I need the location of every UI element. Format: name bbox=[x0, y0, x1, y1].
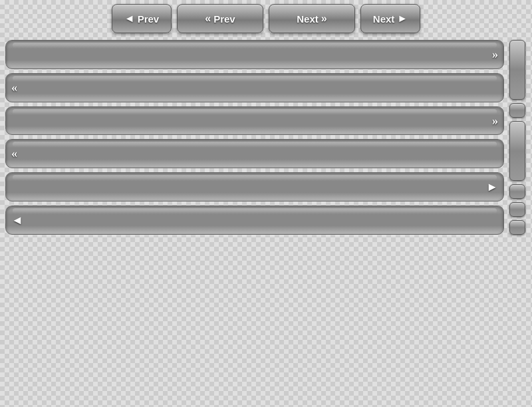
scrollbar-track-4[interactable]: « bbox=[5, 139, 504, 168]
scrollbar-track-6[interactable]: ◄ bbox=[5, 205, 504, 235]
track-left-arrow-6: ◄ bbox=[11, 213, 23, 227]
track-right-arrow-3: » bbox=[492, 114, 498, 128]
right-arrow-icon-2: ► bbox=[397, 13, 408, 25]
side-button-5[interactable] bbox=[509, 202, 525, 217]
prev-label-1: Prev bbox=[138, 13, 160, 25]
left-arrow-icon-1: ◄ bbox=[124, 13, 135, 25]
double-left-arrow-icon: « bbox=[205, 13, 211, 25]
next-label-1: Next bbox=[297, 13, 319, 25]
double-right-arrow-icon: » bbox=[321, 13, 327, 25]
scrollbar-track-5[interactable]: ► bbox=[5, 172, 504, 202]
side-button-top[interactable] bbox=[509, 40, 525, 100]
track-left-arrow-2: « bbox=[11, 80, 17, 94]
prev-label-2: Prev bbox=[213, 13, 235, 25]
side-button-mid[interactable] bbox=[509, 121, 525, 181]
side-button-6[interactable] bbox=[509, 220, 525, 235]
side-button-4[interactable] bbox=[509, 184, 525, 199]
tracks-column: » « » « ► ◄ bbox=[5, 40, 504, 235]
track-right-arrow-1: » bbox=[492, 47, 498, 61]
track-left-arrow-4: « bbox=[11, 147, 17, 161]
side-column bbox=[508, 40, 527, 235]
next-button-1[interactable]: Next » bbox=[269, 4, 355, 33]
prev-button-2[interactable]: « Prev bbox=[177, 4, 263, 33]
prev-button-1[interactable]: ◄ Prev bbox=[112, 4, 172, 33]
next-label-2: Next bbox=[373, 13, 395, 25]
next-button-2[interactable]: Next ► bbox=[360, 4, 420, 33]
scrollbar-section: » « » « ► ◄ bbox=[5, 40, 527, 235]
side-button-2[interactable] bbox=[509, 103, 525, 118]
track-right-arrow-5: ► bbox=[486, 180, 498, 194]
scrollbar-track-1[interactable]: » bbox=[5, 40, 504, 69]
scrollbar-track-3[interactable]: » bbox=[5, 106, 504, 136]
scrollbar-track-2[interactable]: « bbox=[5, 73, 504, 102]
top-button-row: ◄ Prev « Prev Next » Next ► bbox=[5, 4, 527, 33]
